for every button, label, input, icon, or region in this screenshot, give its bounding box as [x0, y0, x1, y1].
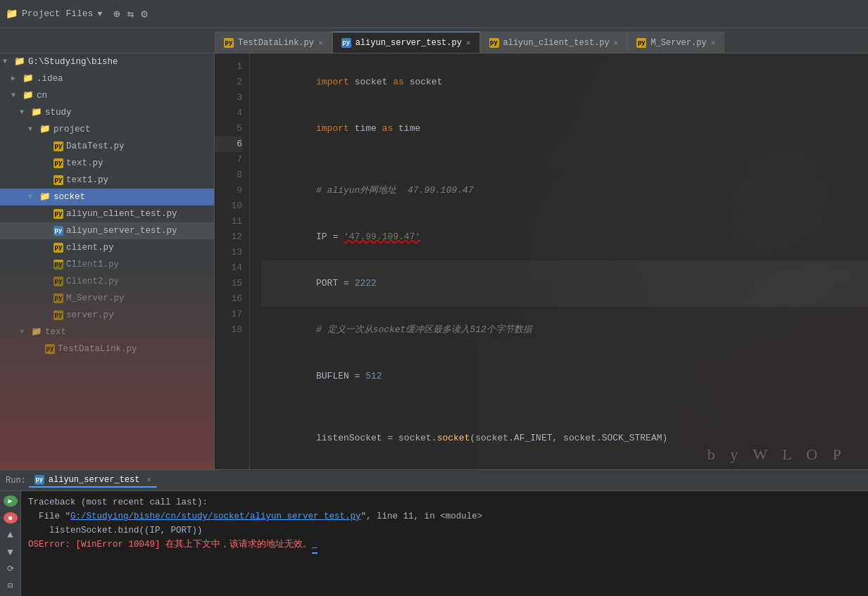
- py-icon-f6: py: [54, 293, 63, 303]
- datatest-label: DataTest.py: [66, 139, 125, 153]
- tree-file-server[interactable]: py server.py: [0, 307, 214, 324]
- tree-file-client[interactable]: py client.py: [0, 239, 214, 256]
- bottom-tab-run[interactable]: py aliyun_server_test ✕: [29, 474, 157, 488]
- py-icon-tab3: py: [489, 38, 499, 48]
- tree-file-testdatalink2[interactable]: py TestDataLink.py: [0, 341, 214, 357]
- file-tree: 📁 G:\Studying\bishe 📁 .idea 📁 cn 📁 study…: [0, 53, 215, 469]
- tab-mserver[interactable]: py M_Server.py ✕: [627, 32, 724, 53]
- project-chevron: [28, 122, 37, 137]
- ln16: 16: [215, 291, 242, 307]
- scroll-up-button[interactable]: ▲: [4, 529, 18, 540]
- ln13: 13: [215, 245, 242, 260]
- code-line-1: import socket as socket: [261, 59, 868, 106]
- console-line-2: File "G:/Studying/bishe/cn/study/socket/…: [28, 509, 861, 524]
- tab-close-1[interactable]: ✕: [318, 38, 323, 47]
- code-editor[interactable]: 1 2 3 4 5 6 7 8 9 10 11 12 13 14 15 16 1…: [215, 53, 868, 469]
- tree-item-text[interactable]: 📁 text: [0, 324, 214, 341]
- folder-icon-text: 📁: [31, 325, 42, 339]
- project-label: project: [54, 122, 91, 137]
- run-play-button[interactable]: ▶: [4, 495, 18, 507]
- tree-file-client2[interactable]: py Client2.py: [0, 273, 214, 290]
- tree-file-aliyun-client[interactable]: py aliyun_client_test.py: [0, 205, 214, 222]
- code-line-9: [261, 400, 868, 415]
- text-chevron: [20, 325, 28, 339]
- code-line-7: # 定义一次从socket缓冲区最多读入512个字节数据: [261, 307, 868, 353]
- tree-item-study[interactable]: 📁 study: [0, 104, 214, 121]
- py-file-icon3: py: [54, 175, 63, 185]
- tree-item-idea[interactable]: 📁 .idea: [0, 70, 214, 87]
- py-icon-tab1: py: [224, 38, 234, 48]
- tree-file-text1[interactable]: py text1.py: [0, 172, 214, 189]
- dropdown-icon[interactable]: ▼: [97, 10, 102, 18]
- text-label: text.py: [66, 156, 103, 170]
- tree-file-mserver[interactable]: py M_Server.py: [0, 290, 214, 307]
- text-folder-label: text: [45, 325, 66, 339]
- text1-label: text1.py: [66, 173, 108, 187]
- run-tab-icon: py: [34, 475, 44, 485]
- code-line-3: [261, 152, 868, 167]
- split-icon[interactable]: ⇆: [127, 7, 134, 21]
- aliyun-server-label: aliyun_server_test.py: [66, 224, 177, 238]
- tree-item-socket[interactable]: 📁 socket: [0, 189, 214, 205]
- tab-close-2[interactable]: ✕: [466, 38, 471, 47]
- folder-icon-cn: 📁: [23, 89, 34, 103]
- ln7: 7: [215, 152, 242, 167]
- tab-close-4[interactable]: ✕: [711, 38, 716, 47]
- ln5: 5: [215, 121, 242, 137]
- py-icon-tab4: py: [636, 38, 646, 48]
- tree-file-client1[interactable]: py Client1.py: [0, 256, 214, 273]
- code-line-8: BUFLEN = 512: [261, 353, 868, 400]
- line-numbers: 1 2 3 4 5 6 7 8 9 10 11 12 13 14 15 16 1…: [215, 53, 250, 469]
- console-line-3: listenSocket.bind((IP, PORT)): [28, 524, 861, 538]
- tree-file-datatest[interactable]: py DataTest.py: [0, 138, 214, 155]
- console-area: ▶ ■ ▲ ▼ ⟳ ⊟ Traceback (most recent call …: [0, 491, 868, 596]
- tab-close-3[interactable]: ✕: [614, 38, 619, 47]
- root-chevron: [3, 55, 11, 69]
- socket-chevron: [28, 190, 37, 204]
- study-chevron: [20, 106, 28, 120]
- ln12: 12: [215, 229, 242, 245]
- client-label: client.py: [66, 241, 114, 255]
- tab-aliyun-server[interactable]: py aliyun_server_test.py ✕: [332, 32, 480, 53]
- console-output: Traceback (most recent call last): File …: [21, 491, 868, 596]
- title-bar: 📁 Project Files ▼ ⊕ ⇆ ⚙: [0, 0, 868, 28]
- ln18: 18: [215, 322, 242, 338]
- tabs-bar: py TestDataLink.py ✕ py aliyun_server_te…: [0, 28, 868, 53]
- mserver-label: M_Server.py: [66, 291, 125, 305]
- py-icon-f1: py: [54, 209, 63, 219]
- folder-icon-idea: 📁: [23, 72, 34, 86]
- code-line-5: IP = '47.99.109.47': [261, 214, 868, 260]
- code-content: 1 2 3 4 5 6 7 8 9 10 11 12 13 14 15 16 1…: [215, 53, 868, 469]
- oserror-underline: [312, 538, 317, 554]
- rerun-button[interactable]: ⟳: [4, 564, 18, 575]
- folder-icon-project: 📁: [39, 122, 51, 137]
- code-line-2: import time as time: [261, 106, 868, 152]
- study-label: study: [45, 106, 72, 120]
- title-bar-actions: ⊕ ⇆ ⚙: [113, 7, 148, 21]
- run-label: Run:: [6, 476, 26, 486]
- tab-testdatalink[interactable]: py TestDataLink.py ✕: [215, 32, 332, 53]
- bottom-tabs-bar: Run: py aliyun_server_test ✕: [0, 470, 868, 491]
- ln3: 3: [215, 90, 242, 106]
- ln9: 9: [215, 183, 242, 198]
- ln11: 11: [215, 214, 242, 229]
- scroll-down-button[interactable]: ▼: [4, 547, 18, 558]
- tree-file-aliyun-server[interactable]: py aliyun_server_test.py: [0, 222, 214, 239]
- settings-icon[interactable]: ⚙: [141, 7, 148, 21]
- tree-file-text[interactable]: py text.py: [0, 155, 214, 172]
- tree-item-cn[interactable]: 📁 cn: [0, 87, 214, 104]
- tree-root[interactable]: 📁 G:\Studying\bishe: [0, 53, 214, 70]
- tree-item-project[interactable]: 📁 project: [0, 121, 214, 138]
- py-icon-f2: py: [54, 226, 63, 236]
- console-link[interactable]: G:/Studying/bishe/cn/study/socket/aliyun…: [70, 512, 361, 521]
- code-text[interactable]: import socket as socket import time as t…: [250, 53, 868, 469]
- tab-aliyun-client[interactable]: py aliyun_client_test.py ✕: [480, 32, 628, 53]
- run-tab-close[interactable]: ✕: [146, 475, 151, 484]
- root-label: G:\Studying\bishe: [28, 55, 118, 69]
- run-stop-button[interactable]: ■: [4, 512, 18, 524]
- add-icon[interactable]: ⊕: [113, 7, 120, 21]
- console-line-1: Traceback (most recent call last):: [28, 495, 861, 509]
- py-icon-f5: py: [54, 277, 63, 286]
- clear-button[interactable]: ⊟: [4, 581, 18, 592]
- project-files-label: 📁 Project Files ▼: [6, 8, 102, 20]
